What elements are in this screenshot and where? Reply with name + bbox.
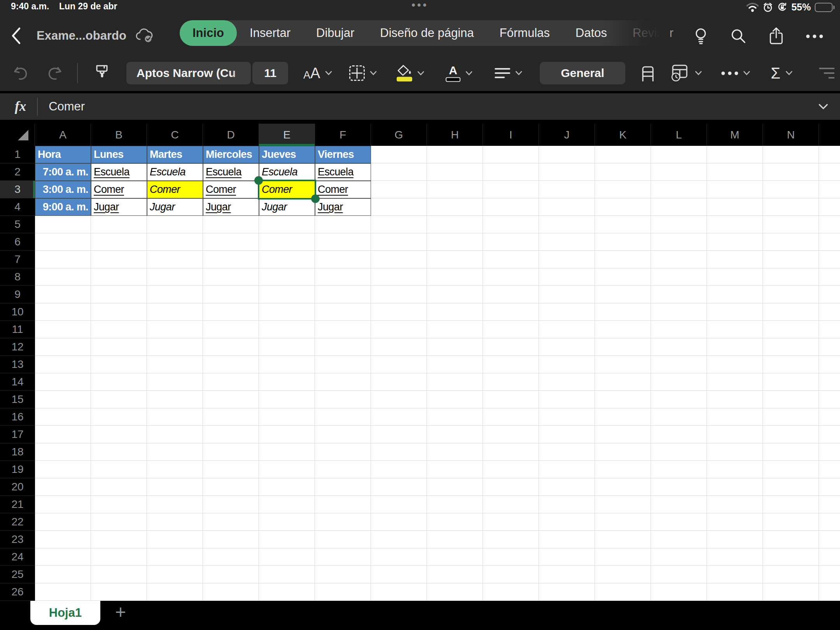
cell-A4[interactable]: 9:00 a. m. — [35, 198, 91, 216]
font-name-label: Aptos Narrow (Cu — [126, 66, 236, 80]
row-header-2[interactable]: 2 — [0, 163, 35, 181]
tab-dibujar[interactable]: Dibujar — [303, 20, 367, 46]
row-header-21[interactable]: 21 — [0, 496, 35, 513]
row-header-17[interactable]: 17 — [0, 426, 35, 443]
more-formatting-button[interactable] — [721, 71, 750, 75]
borders-button[interactable] — [349, 65, 377, 81]
fill-color-icon — [397, 65, 412, 82]
fill-color-button[interactable] — [397, 65, 424, 82]
row-header-26[interactable]: 26 — [0, 583, 35, 601]
cell-D2[interactable]: Escuela — [203, 163, 259, 181]
add-sheet-button[interactable]: + — [110, 601, 131, 625]
tab-inicio[interactable]: Inicio — [180, 20, 237, 46]
cell-D1[interactable]: Miercoles — [203, 146, 259, 163]
column-header-K[interactable]: K — [595, 124, 651, 146]
cell-B2[interactable]: Escuela — [91, 163, 147, 181]
cell-B3[interactable]: Comer — [91, 181, 147, 198]
cell-A1[interactable]: Hora — [35, 146, 91, 163]
more-menu-icon[interactable] — [806, 35, 823, 38]
column-header-M[interactable]: M — [707, 124, 763, 146]
column-header-I[interactable]: I — [483, 124, 539, 146]
column-header-D[interactable]: D — [203, 124, 259, 146]
row-header-7[interactable]: 7 — [0, 251, 35, 268]
tab-insertar[interactable]: Insertar — [237, 20, 303, 46]
row-header-22[interactable]: 22 — [0, 513, 35, 531]
column-header-C[interactable]: C — [147, 124, 203, 146]
search-icon[interactable] — [731, 28, 746, 44]
column-header-L[interactable]: L — [651, 124, 707, 146]
row-header-23[interactable]: 23 — [0, 531, 35, 548]
row-header-15[interactable]: 15 — [0, 391, 35, 408]
cell-F1[interactable]: Viernes — [315, 146, 371, 163]
row-header-13[interactable]: 13 — [0, 356, 35, 373]
cell-E4[interactable]: Jugar — [259, 198, 315, 216]
row-header-1[interactable]: 1 — [0, 146, 35, 163]
ideas-lightbulb-icon[interactable] — [693, 28, 708, 45]
cell-E1[interactable]: Jueves — [259, 146, 315, 163]
cell-C2[interactable]: Escuela — [147, 163, 203, 181]
autosum-button[interactable]: Σ — [771, 65, 793, 81]
cell-B4[interactable]: Jugar — [91, 198, 147, 216]
font-size-button[interactable]: 11 — [252, 62, 288, 84]
document-title[interactable]: Exame...obardo — [37, 29, 126, 43]
row-header-18[interactable]: 18 — [0, 443, 35, 461]
cell-D4[interactable]: Jugar — [203, 198, 259, 216]
column-header-E[interactable]: E — [259, 124, 315, 146]
row-header-10[interactable]: 10 — [0, 303, 35, 321]
cloud-saved-icon[interactable] — [135, 27, 154, 43]
formula-bar-expand-icon[interactable] — [818, 103, 828, 110]
column-header-H[interactable]: H — [427, 124, 483, 146]
cell-F4[interactable]: Jugar — [315, 198, 371, 216]
column-header-F[interactable]: F — [315, 124, 371, 146]
cell-A2[interactable]: 7:00 a. m. — [35, 163, 91, 181]
tab-diseno-de-pagina[interactable]: Diseño de página — [367, 20, 486, 46]
back-button[interactable] — [10, 26, 22, 45]
font-style-button[interactable]: AA — [303, 66, 332, 80]
row-header-6[interactable]: 6 — [0, 233, 35, 251]
column-header-N[interactable]: N — [763, 124, 819, 146]
row-header-8[interactable]: 8 — [0, 268, 35, 286]
row-header-11[interactable]: 11 — [0, 321, 35, 338]
freeze-panes-icon[interactable] — [640, 64, 656, 82]
tab-formulas[interactable]: Fórmulas — [487, 20, 563, 46]
number-format-button[interactable]: General — [540, 62, 625, 84]
sheet-tab-hoja1[interactable]: Hoja1 — [30, 601, 100, 625]
font-name-button[interactable]: Aptos Narrow (Cu — [126, 62, 251, 84]
cell-C3[interactable]: Comer — [147, 181, 203, 198]
cell-D3[interactable]: Comer — [203, 181, 259, 198]
redo-icon[interactable] — [46, 65, 64, 81]
alignment-button[interactable] — [495, 65, 522, 81]
column-header-B[interactable]: B — [91, 124, 147, 146]
column-header-A[interactable]: A — [35, 124, 91, 146]
cell-C1[interactable]: Martes — [147, 146, 203, 163]
row-header-9[interactable]: 9 — [0, 286, 35, 303]
row-header-20[interactable]: 20 — [0, 478, 35, 496]
formula-bar-value[interactable]: Comer — [49, 100, 85, 114]
row-header-25[interactable]: 25 — [0, 566, 35, 583]
cell-E3[interactable]: Comer — [259, 181, 315, 198]
formula-bar[interactable]: fx Comer — [0, 93, 840, 120]
cell-F2[interactable]: Escuela — [315, 163, 371, 181]
cell-F3[interactable]: Comer — [315, 181, 371, 198]
column-header-J[interactable]: J — [539, 124, 595, 146]
row-header-12[interactable]: 12 — [0, 338, 35, 356]
row-header-3[interactable]: 3 — [0, 181, 35, 198]
share-icon[interactable] — [769, 27, 784, 45]
cell-E2[interactable]: Escuela — [259, 163, 315, 181]
table-options-button[interactable] — [670, 64, 702, 82]
sort-filter-icon[interactable] — [819, 65, 835, 82]
row-header-19[interactable]: 19 — [0, 461, 35, 478]
select-all-button[interactable] — [0, 124, 35, 146]
row-header-24[interactable]: 24 — [0, 548, 35, 566]
column-header-G[interactable]: G — [371, 124, 427, 146]
format-painter-icon[interactable] — [93, 64, 110, 82]
cell-B1[interactable]: Lunes — [91, 146, 147, 163]
row-header-5[interactable]: 5 — [0, 216, 35, 233]
undo-icon[interactable] — [12, 65, 30, 81]
font-color-button[interactable]: A — [446, 65, 472, 82]
cell-A3[interactable]: 3:00 a. m. — [35, 181, 91, 198]
row-header-14[interactable]: 14 — [0, 373, 35, 391]
row-header-4[interactable]: 4 — [0, 198, 35, 216]
cell-C4[interactable]: Jugar — [147, 198, 203, 216]
row-header-16[interactable]: 16 — [0, 408, 35, 426]
